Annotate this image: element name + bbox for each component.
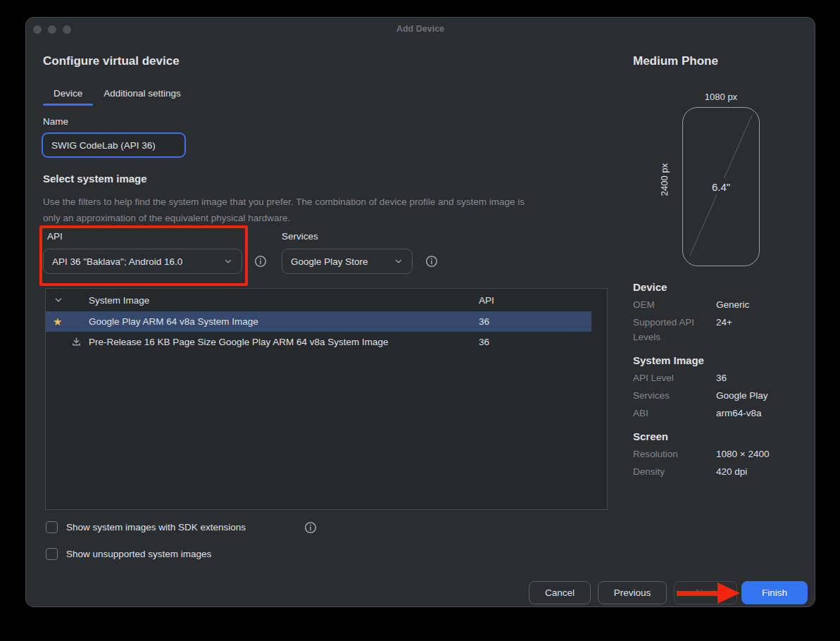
spec-value: Google Play bbox=[716, 388, 817, 403]
chevron-down-icon bbox=[394, 256, 403, 266]
device-profile-name: Medium Phone bbox=[633, 54, 817, 68]
chevron-down-icon bbox=[223, 256, 233, 266]
diagram-height-label: 2400 px bbox=[659, 163, 670, 196]
spec-value: 24+ bbox=[716, 315, 817, 330]
star-icon: ★ bbox=[53, 316, 62, 327]
name-input[interactable] bbox=[42, 132, 186, 158]
diagram-width-label: 1080 px bbox=[682, 92, 760, 102]
system-image-api: 36 bbox=[479, 316, 591, 327]
unsupported-images-checkbox[interactable] bbox=[46, 548, 58, 560]
spec-value: 420 dpi bbox=[716, 464, 817, 479]
api-info-icon[interactable] bbox=[254, 255, 267, 268]
column-header-api[interactable]: API bbox=[479, 295, 607, 306]
spec-label: Services bbox=[633, 388, 716, 403]
services-filter-label: Services bbox=[282, 231, 318, 242]
spec-label: ABI bbox=[633, 406, 716, 421]
unsupported-images-label: Show unsupported system images bbox=[66, 549, 211, 559]
spec-label: API Level bbox=[633, 371, 716, 385]
services-info-icon[interactable] bbox=[425, 255, 438, 268]
sdk-extensions-info-icon[interactable] bbox=[304, 521, 317, 534]
device-section-heading: Device bbox=[633, 281, 817, 293]
tab-additional-settings[interactable]: Additional settings bbox=[93, 84, 192, 106]
phone-outline: 6.4" bbox=[682, 107, 760, 266]
spec-label: Resolution bbox=[633, 447, 716, 461]
api-filter-dropdown[interactable]: API 36 "Baklava"; Android 16.0 bbox=[43, 249, 242, 274]
services-filter-dropdown[interactable]: Google Play Store bbox=[282, 249, 413, 274]
diagram-screen-size-label: 6.4" bbox=[708, 179, 734, 195]
system-image-table: System Image API ★ Google Play ARM 64 v8… bbox=[45, 288, 608, 510]
sdk-extensions-checkbox[interactable] bbox=[46, 521, 58, 533]
spec-value: 36 bbox=[716, 371, 817, 385]
cancel-button[interactable]: Cancel bbox=[529, 581, 591, 604]
unsupported-images-checkbox-row: Show unsupported system images bbox=[46, 548, 211, 560]
sdk-extensions-label: Show system images with SDK extensions bbox=[66, 522, 246, 533]
system-image-api: 36 bbox=[479, 337, 607, 347]
sdk-extensions-checkbox-row: Show system images with SDK extensions bbox=[46, 521, 246, 533]
page-title: Configure virtual device bbox=[43, 54, 180, 68]
api-filter-value: API 36 "Baklava"; Android 16.0 bbox=[52, 256, 182, 267]
spec-value: 1080 × 2400 bbox=[716, 447, 817, 461]
device-details-panel: Medium Phone 1080 px 2400 px 6.4" Device… bbox=[633, 54, 817, 482]
table-header-row: System Image API bbox=[46, 289, 607, 311]
system-image-section-heading: System Image bbox=[633, 354, 817, 366]
device-diagram: 1080 px 2400 px 6.4" bbox=[633, 74, 817, 271]
finish-button[interactable]: Finish bbox=[741, 581, 808, 604]
screen-spec-section: Screen Resolution 1080 × 2400 Density 42… bbox=[633, 430, 817, 479]
spec-label: Density bbox=[633, 464, 716, 479]
next-button-disabled: Next bbox=[674, 581, 737, 604]
expand-chevron-icon[interactable] bbox=[54, 296, 63, 304]
download-icon bbox=[71, 337, 82, 347]
system-image-name: Google Play ARM 64 v8a System Image bbox=[89, 316, 479, 327]
table-row[interactable]: Pre-Release 16 KB Page Size Google Play … bbox=[46, 332, 607, 352]
column-header-system-image[interactable]: System Image bbox=[89, 295, 479, 306]
previous-button[interactable]: Previous bbox=[598, 581, 667, 604]
tab-device[interactable]: Device bbox=[43, 84, 93, 106]
window-title: Add Device bbox=[26, 24, 815, 34]
screen-section-heading: Screen bbox=[633, 430, 817, 442]
tab-bar: Device Additional settings bbox=[43, 84, 192, 106]
spec-label: Supported API Levels bbox=[633, 315, 716, 344]
system-image-name: Pre-Release 16 KB Page Size Google Play … bbox=[89, 337, 479, 347]
system-image-spec-section: System Image API Level 36 Services Googl… bbox=[633, 354, 817, 421]
table-row[interactable]: ★ Google Play ARM 64 v8a System Image 36 bbox=[46, 311, 591, 332]
title-bar: Add Device bbox=[26, 18, 815, 40]
spec-value: Generic bbox=[716, 297, 817, 312]
spec-value: arm64-v8a bbox=[716, 406, 817, 421]
name-label: Name bbox=[43, 116, 68, 127]
services-filter-value: Google Play Store bbox=[291, 256, 368, 267]
select-system-image-heading: Select system image bbox=[43, 173, 147, 185]
add-device-dialog: Add Device Configure virtual device Devi… bbox=[25, 17, 815, 607]
select-system-image-description: Use the filters to help find the system … bbox=[43, 194, 536, 226]
device-spec-section: Device OEM Generic Supported API Levels … bbox=[633, 281, 817, 344]
api-filter-label: API bbox=[47, 231, 63, 242]
spec-label: OEM bbox=[633, 297, 716, 312]
